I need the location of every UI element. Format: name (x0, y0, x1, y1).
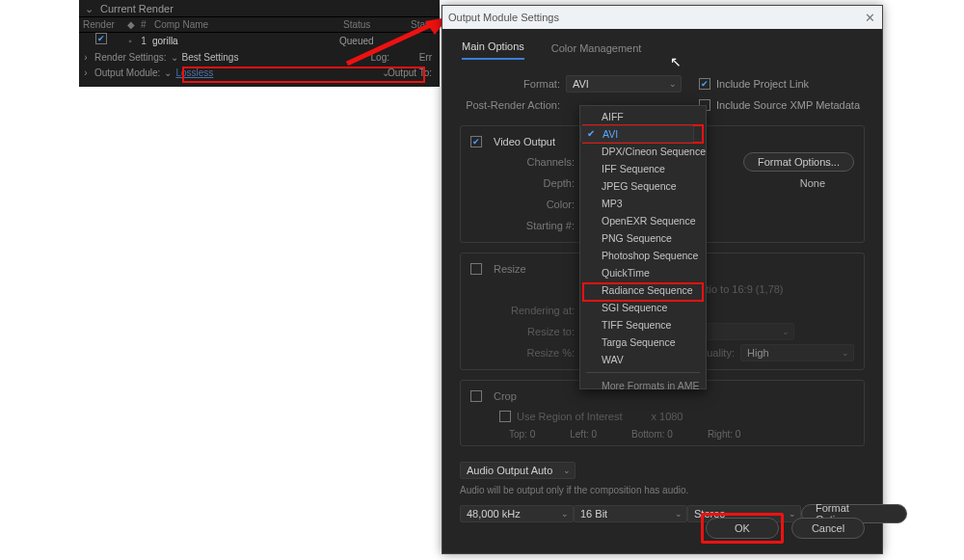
format-option-wav[interactable]: WAV (580, 351, 706, 368)
rendering-at-label: Rendering at: (470, 305, 582, 316)
separator (586, 372, 700, 373)
close-icon[interactable]: ✕ (863, 11, 876, 25)
chevron-down-icon: ⌄ (563, 466, 571, 475)
render-settings-value[interactable]: Best Settings (182, 50, 239, 66)
format-value: AVI (573, 78, 589, 90)
col-tag: ◆ (123, 17, 137, 32)
format-option-sgi-sequence[interactable]: SGI Sequence (580, 299, 706, 316)
dialog-titlebar[interactable]: Output Module Settings ✕ (442, 6, 882, 29)
format-option-openexr-sequence[interactable]: OpenEXR Sequence (580, 212, 706, 229)
format-option-targa-sequence[interactable]: Targa Sequence (580, 333, 706, 351)
channels-label: Channels: (470, 156, 582, 168)
chevron-down-icon[interactable]: ⌄ (171, 50, 178, 66)
include-xmp-option[interactable]: Include Source XMP Metadata (699, 99, 860, 111)
chevron-down-icon: ⌄ (782, 327, 790, 336)
expand-icon[interactable]: › (79, 50, 93, 66)
tab-main-options[interactable]: Main Options (462, 40, 524, 60)
resize-to-label: Resize to: (470, 326, 582, 337)
video-output-label: Video Output (494, 136, 555, 147)
comp-name: gorilla (150, 33, 339, 50)
highlight-output-module (182, 67, 425, 83)
post-render-label: Post-Render Action: (460, 99, 566, 111)
annotation-arrow (342, 17, 448, 66)
output-module-label: Output Module: (93, 66, 160, 81)
audio-output-value: Audio Output Auto (467, 465, 552, 476)
col-num: # (137, 17, 150, 32)
row-num: 1 (137, 33, 150, 50)
col-comp-name: Comp Name (150, 17, 339, 32)
format-option-mp3[interactable]: MP3 (580, 195, 706, 212)
format-options-button[interactable]: Format Options... (743, 152, 854, 172)
format-option-iff-sequence[interactable]: IFF Sequence (580, 160, 706, 177)
chevron-down-icon: ⌄ (669, 79, 677, 89)
format-select[interactable]: AVI ⌄ (566, 75, 682, 93)
include-project-link-option[interactable]: Include Project Link (699, 78, 809, 90)
render-settings-label: Render Settings: (93, 50, 167, 66)
dialog-tabs: Main Options Color Management (442, 33, 882, 60)
crop-checkbox[interactable] (470, 390, 482, 402)
panel-title-bar: ⌄ Current Render (79, 0, 440, 17)
format-option-tiff-sequence[interactable]: TIFF Sequence (580, 316, 706, 333)
format-option-photoshop-sequence[interactable]: Photoshop Sequence (580, 247, 706, 264)
chevron-down-icon: ⌄ (842, 348, 849, 358)
none-label: None (800, 177, 825, 189)
resize-pct-label: Resize %: (470, 347, 582, 359)
use-region-label: Use Region of Interest (517, 411, 622, 422)
chevron-down-icon[interactable]: ⌄ (164, 66, 172, 81)
format-dropdown-popup[interactable]: AIFFAVIDPX/Cineon SequenceIFF SequenceJP… (579, 105, 707, 389)
tab-color-management[interactable]: Color Management (551, 42, 642, 60)
cursor-icon: ↖ (670, 54, 682, 69)
use-region-checkbox (499, 411, 511, 422)
include-project-link-label: Include Project Link (716, 78, 809, 90)
resize-label: Resize (494, 263, 526, 275)
chevron-down-icon: ⌄ (85, 0, 94, 17)
ok-button[interactable]: OK (706, 518, 779, 539)
format-option-aiff[interactable]: AIFF (580, 108, 706, 125)
include-xmp-label: Include Source XMP Metadata (716, 99, 860, 111)
video-output-checkbox[interactable] (470, 136, 482, 147)
format-option-png-sequence[interactable]: PNG Sequence (580, 229, 706, 247)
color-label: Color: (470, 199, 582, 210)
audio-note: Audio will be output only if the composi… (460, 485, 865, 495)
crop-sides-row: Top: 0 Left: 0 Bottom: 0 Right: 0 (470, 429, 854, 440)
checkbox[interactable] (699, 78, 710, 90)
resize-quality-select: High⌄ (740, 344, 854, 361)
dialog-title: Output Module Settings (448, 12, 863, 23)
final-size-label: x 1080 (651, 411, 683, 422)
resize-checkbox[interactable] (470, 263, 482, 275)
panel-title: Current Render (100, 3, 174, 14)
format-option-radiance-sequence[interactable]: Radiance Sequence (580, 281, 706, 299)
expand-icon[interactable]: › (79, 66, 93, 81)
format-option-avi[interactable]: AVI (580, 125, 694, 143)
render-checkbox[interactable] (95, 33, 107, 44)
highlight-ok: OK (701, 513, 784, 544)
more-formats-item[interactable]: More Formats in AME (580, 377, 706, 394)
crop-label: Crop (494, 390, 517, 402)
label-icon: ▪ (123, 33, 137, 50)
format-row: Format: AVI ⌄ Include Project Link (460, 73, 865, 94)
starting-label: Starting #: (470, 220, 582, 231)
audio-output-select[interactable]: Audio Output Auto ⌄ (460, 462, 576, 479)
format-label: Format: (460, 78, 566, 90)
depth-label: Depth: (470, 177, 582, 189)
cancel-button[interactable]: Cancel (791, 518, 865, 539)
format-option-dpx-cineon-sequence[interactable]: DPX/Cineon Sequence (580, 143, 706, 160)
format-option-quicktime[interactable]: QuickTime (580, 264, 706, 281)
format-option-jpeg-sequence[interactable]: JPEG Sequence (580, 177, 706, 195)
dialog-footer: OK Cancel (442, 513, 882, 544)
